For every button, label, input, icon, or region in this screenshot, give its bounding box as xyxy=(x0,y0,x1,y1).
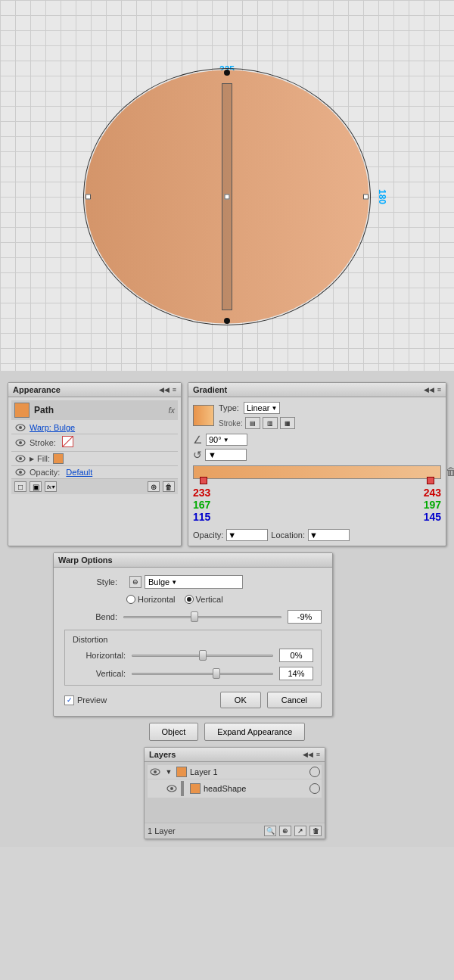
opacity-eye-svg xyxy=(15,468,26,476)
color-right-col: 243 197 145 xyxy=(424,487,441,523)
expand-appearance-button[interactable]: Expand Appearance xyxy=(204,723,305,741)
shape-container: 225 180 xyxy=(91,53,363,341)
bend-thumb[interactable] xyxy=(191,611,198,622)
object-button[interactable]: Object xyxy=(149,723,199,741)
add-layer-icon[interactable]: ⊕ xyxy=(279,826,291,836)
layer2-icon[interactable]: ▣ xyxy=(30,481,42,492)
horiz-dist-value[interactable]: 0% xyxy=(279,649,313,662)
headshape-eye-icon[interactable] xyxy=(166,783,178,794)
fill-eye-icon[interactable] xyxy=(14,454,26,463)
bend-value[interactable]: -9% xyxy=(288,610,322,624)
gradient-menu-btn[interactable]: ≡ xyxy=(437,386,441,394)
reverse-icon[interactable]: ↺ xyxy=(193,449,202,461)
type-select[interactable]: Linear ▼ xyxy=(244,402,281,414)
move-layer-icon[interactable]: ↗ xyxy=(294,826,306,836)
fill-eye-svg xyxy=(15,455,26,462)
appearance-body: Path fx Warp: Bulge xyxy=(8,397,181,497)
mini-select-arrow: ▼ xyxy=(208,450,216,459)
opacity-select[interactable]: ▼ xyxy=(226,529,268,541)
layers-footer: 1 Layer 🔍 ⊕ ↗ 🗑 xyxy=(145,823,325,838)
gradient-panel-header[interactable]: Gradient ◀◀ ≡ xyxy=(188,383,446,397)
location-select[interactable]: ▼ xyxy=(308,529,350,541)
vert-dist-thumb[interactable] xyxy=(213,668,220,679)
fx-btn[interactable]: fx▾ xyxy=(45,481,57,492)
cancel-button[interactable]: Cancel xyxy=(267,692,322,708)
layer1-expand-icon[interactable]: ▼ xyxy=(164,767,173,776)
collapse-btn[interactable]: ◀◀ xyxy=(159,386,169,394)
color-right-g: 197 xyxy=(424,499,441,511)
gradient-bar[interactable] xyxy=(193,465,441,479)
layer-icon[interactable]: □ xyxy=(14,481,26,492)
warp-panel-header[interactable]: Warp Options xyxy=(54,553,332,568)
opacity-eye-icon[interactable] xyxy=(14,468,26,477)
ok-button[interactable]: OK xyxy=(220,692,261,708)
warp-body: Style: ⊖ Bulge ▼ Horizontal xyxy=(54,568,332,716)
mini-select[interactable]: ▼ xyxy=(205,449,247,461)
gradient-collapse-btn[interactable]: ◀◀ xyxy=(424,386,434,394)
vertical-radio-circle[interactable] xyxy=(185,595,194,604)
delete-layer-icon[interactable]: 🗑 xyxy=(309,826,322,836)
stroke-opt1[interactable]: ▤ xyxy=(245,417,260,429)
gradient-stop-left[interactable] xyxy=(200,477,207,484)
delete-icon[interactable]: 🗑 xyxy=(163,481,175,492)
gradient-swatch[interactable] xyxy=(193,405,214,426)
warp-title: Warp Options xyxy=(58,555,113,565)
anchor-mid[interactable] xyxy=(225,194,230,200)
angle-value: 90° xyxy=(209,435,222,444)
appearance-controls: ◀◀ ≡ xyxy=(159,386,176,394)
trash-icon[interactable]: 🗑 xyxy=(446,465,454,478)
layer1-row[interactable]: ▼ Layer 1 xyxy=(148,765,322,779)
vertical-path[interactable] xyxy=(222,83,232,310)
opacity-row: Opacity: Default xyxy=(11,466,178,478)
path-label: Path xyxy=(34,405,163,415)
type-value: Linear xyxy=(247,403,270,412)
location-select-arrow: ▼ xyxy=(309,530,318,540)
horizontal-radio-circle[interactable] xyxy=(126,595,135,604)
layer1-circle[interactable] xyxy=(309,767,320,777)
anchor-right[interactable] xyxy=(363,194,368,200)
anchor-top[interactable] xyxy=(224,70,230,76)
type-row: Type: Linear ▼ xyxy=(219,402,441,414)
warp-eye-icon[interactable] xyxy=(14,423,26,432)
headshape-row[interactable]: headShape xyxy=(148,779,322,798)
menu-btn[interactable]: ≡ xyxy=(173,386,176,394)
gradient-stop-right[interactable] xyxy=(427,477,434,484)
preview-check[interactable]: Preview xyxy=(64,695,107,705)
vert-dist-slider[interactable] xyxy=(132,667,273,680)
stroke-opt3[interactable]: ▦ xyxy=(280,417,295,429)
anchor-bottom[interactable] xyxy=(224,318,230,324)
fill-swatch[interactable] xyxy=(53,453,64,464)
preview-checkbox[interactable] xyxy=(64,695,74,705)
vertical-radio[interactable]: Vertical xyxy=(185,595,223,604)
appearance-panel-header[interactable]: Appearance ◀◀ ≡ xyxy=(8,383,181,397)
layer1-eye-icon[interactable] xyxy=(149,767,161,777)
color-left-b: 115 xyxy=(193,511,210,523)
anchor-left[interactable] xyxy=(86,194,91,200)
layers-menu-btn[interactable]: ≡ xyxy=(316,751,320,758)
layer1-name: Layer 1 xyxy=(190,767,306,776)
stroke-swatch[interactable] xyxy=(62,436,76,450)
headshape-swatch xyxy=(190,783,201,794)
reverse-row: ↺ ▼ xyxy=(193,449,441,461)
opacity-value[interactable]: Default xyxy=(66,468,92,477)
layers-collapse-btn[interactable]: ◀◀ xyxy=(303,751,313,758)
warp-label[interactable]: Warp: Bulge xyxy=(30,423,75,432)
layers-panel-header[interactable]: Layers ◀◀ ≡ xyxy=(145,748,325,762)
horiz-dist-thumb[interactable] xyxy=(199,650,207,661)
style-select[interactable]: Bulge ▼ xyxy=(145,575,243,589)
vert-dist-value[interactable]: 14% xyxy=(279,667,313,680)
angle-select[interactable]: 90° ▼ xyxy=(206,434,247,446)
horizontal-radio[interactable]: Horizontal xyxy=(126,595,176,604)
stroke-eye-icon[interactable] xyxy=(14,438,26,447)
warp-footer: Preview OK Cancel xyxy=(64,692,322,708)
fill-expand-icon[interactable]: ▶ xyxy=(30,456,34,462)
bend-slider[interactable] xyxy=(123,611,281,623)
opacity-label: Opacity: xyxy=(30,468,60,477)
gradient-opacity-row: Opacity: ▼ Location: ▼ xyxy=(193,529,441,541)
headshape-circle[interactable] xyxy=(309,783,320,794)
stroke-opt2[interactable]: ▥ xyxy=(263,417,278,429)
fx-label[interactable]: fx xyxy=(168,406,175,415)
search-layers-icon[interactable]: 🔍 xyxy=(264,826,276,836)
duplicate-icon[interactable]: ⊕ xyxy=(148,481,160,492)
horiz-dist-slider[interactable] xyxy=(132,649,273,661)
